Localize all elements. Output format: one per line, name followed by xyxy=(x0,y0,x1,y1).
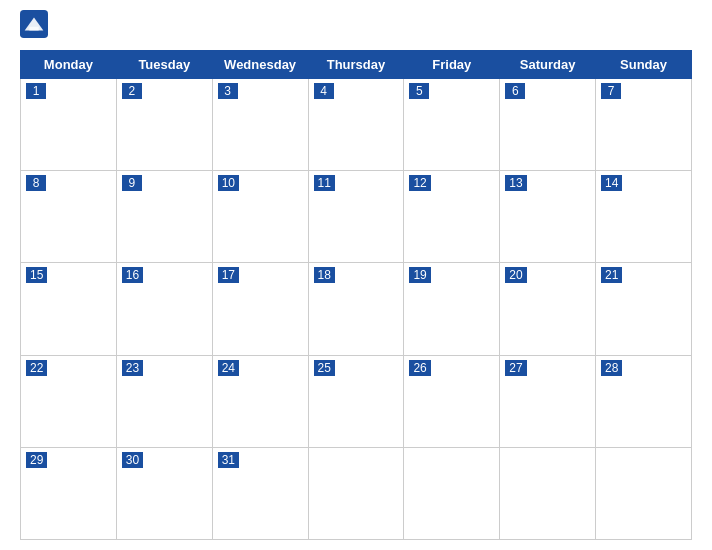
date-number: 22 xyxy=(26,360,47,376)
calendar-cell: 31 xyxy=(212,447,308,539)
calendar-cell: 18 xyxy=(308,263,404,355)
date-number: 5 xyxy=(409,83,429,99)
logo-header xyxy=(20,10,692,38)
calendar-table: MondayTuesdayWednesdayThursdayFridaySatu… xyxy=(20,50,692,540)
calendar-cell: 29 xyxy=(21,447,117,539)
calendar-cell: 28 xyxy=(596,355,692,447)
calendar-cell: 21 xyxy=(596,263,692,355)
date-number: 21 xyxy=(601,267,622,283)
calendar-week-5: 293031 xyxy=(21,447,692,539)
svg-rect-2 xyxy=(29,27,38,31)
date-number: 17 xyxy=(218,267,239,283)
date-number: 14 xyxy=(601,175,622,191)
date-number: 20 xyxy=(505,267,526,283)
calendar-week-2: 891011121314 xyxy=(21,171,692,263)
calendar-cell: 15 xyxy=(21,263,117,355)
calendar-cell: 25 xyxy=(308,355,404,447)
header-day-monday: Monday xyxy=(21,51,117,79)
calendar-week-3: 15161718192021 xyxy=(21,263,692,355)
date-number: 3 xyxy=(218,83,238,99)
calendar-cell: 16 xyxy=(116,263,212,355)
date-number: 29 xyxy=(26,452,47,468)
header-day-sunday: Sunday xyxy=(596,51,692,79)
date-number: 28 xyxy=(601,360,622,376)
date-number: 1 xyxy=(26,83,46,99)
calendar-cell: 20 xyxy=(500,263,596,355)
date-number: 15 xyxy=(26,267,47,283)
logo xyxy=(20,10,52,38)
calendar-week-4: 22232425262728 xyxy=(21,355,692,447)
calendar-cell: 7 xyxy=(596,79,692,171)
date-number: 2 xyxy=(122,83,142,99)
date-number: 7 xyxy=(601,83,621,99)
calendar-cell: 26 xyxy=(404,355,500,447)
calendar-cell: 22 xyxy=(21,355,117,447)
date-number: 13 xyxy=(505,175,526,191)
calendar-cell: 24 xyxy=(212,355,308,447)
calendar-cell xyxy=(596,447,692,539)
calendar-cell: 5 xyxy=(404,79,500,171)
date-number: 18 xyxy=(314,267,335,283)
date-number: 6 xyxy=(505,83,525,99)
date-number: 23 xyxy=(122,360,143,376)
calendar-cell: 3 xyxy=(212,79,308,171)
date-number: 31 xyxy=(218,452,239,468)
date-number: 10 xyxy=(218,175,239,191)
calendar-cell: 10 xyxy=(212,171,308,263)
date-number: 4 xyxy=(314,83,334,99)
date-number: 16 xyxy=(122,267,143,283)
calendar-cell xyxy=(308,447,404,539)
calendar-cell xyxy=(404,447,500,539)
calendar-cell: 12 xyxy=(404,171,500,263)
calendar-cell: 13 xyxy=(500,171,596,263)
date-number: 19 xyxy=(409,267,430,283)
calendar-week-1: 1234567 xyxy=(21,79,692,171)
calendar-cell: 30 xyxy=(116,447,212,539)
date-number: 8 xyxy=(26,175,46,191)
date-number: 25 xyxy=(314,360,335,376)
calendar-body: 1234567891011121314151617181920212223242… xyxy=(21,79,692,540)
header-row: MondayTuesdayWednesdayThursdayFridaySatu… xyxy=(21,51,692,79)
calendar-cell: 4 xyxy=(308,79,404,171)
calendar-cell: 11 xyxy=(308,171,404,263)
date-number: 24 xyxy=(218,360,239,376)
calendar-cell: 14 xyxy=(596,171,692,263)
date-number: 27 xyxy=(505,360,526,376)
calendar-cell: 9 xyxy=(116,171,212,263)
date-number: 9 xyxy=(122,175,142,191)
calendar-cell: 23 xyxy=(116,355,212,447)
calendar-cell: 27 xyxy=(500,355,596,447)
date-number: 30 xyxy=(122,452,143,468)
header-day-saturday: Saturday xyxy=(500,51,596,79)
date-number: 26 xyxy=(409,360,430,376)
calendar-cell: 17 xyxy=(212,263,308,355)
header-day-tuesday: Tuesday xyxy=(116,51,212,79)
header-day-friday: Friday xyxy=(404,51,500,79)
generalblue-icon xyxy=(20,10,48,38)
calendar-cell: 19 xyxy=(404,263,500,355)
calendar-cell: 6 xyxy=(500,79,596,171)
header-day-thursday: Thursday xyxy=(308,51,404,79)
date-number: 11 xyxy=(314,175,335,191)
calendar-cell: 2 xyxy=(116,79,212,171)
date-number: 12 xyxy=(409,175,430,191)
header-day-wednesday: Wednesday xyxy=(212,51,308,79)
calendar-cell: 1 xyxy=(21,79,117,171)
calendar-cell xyxy=(500,447,596,539)
calendar-cell: 8 xyxy=(21,171,117,263)
calendar-header: MondayTuesdayWednesdayThursdayFridaySatu… xyxy=(21,51,692,79)
